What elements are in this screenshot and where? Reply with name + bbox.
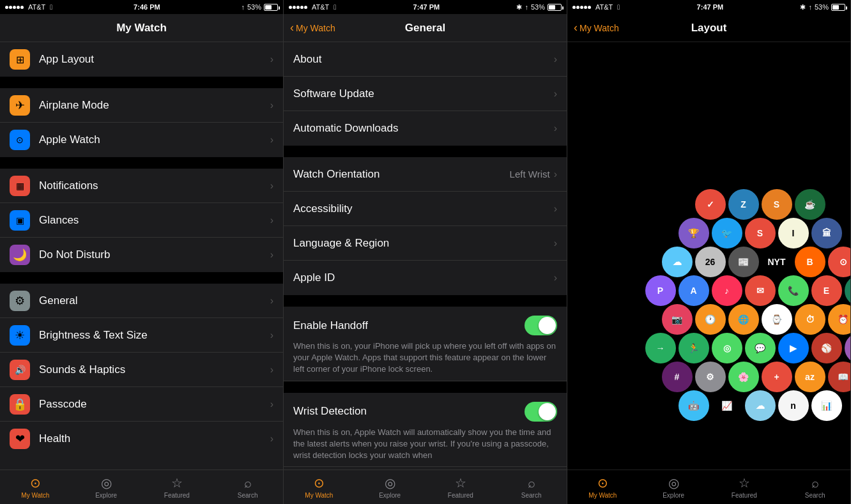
tab-explore-2[interactable]: ◎ Explore — [355, 475, 425, 499]
app-icon[interactable]: A — [678, 275, 709, 306]
tab-my-watch-2[interactable]: ⊙ My Watch — [284, 475, 355, 499]
app-icon[interactable]: 💬 — [745, 333, 776, 363]
list-item-apple-watch[interactable]: ⊙ Apple Watch › — [0, 123, 283, 157]
notifications-label: Notifications — [39, 179, 270, 192]
app-icon[interactable]: 🏛 — [811, 218, 842, 248]
app-icon[interactable]: 🏆 — [678, 218, 709, 248]
app-icon[interactable]: ✈ — [845, 275, 851, 306]
list-item-notifications[interactable]: ▦ Notifications › — [0, 169, 283, 203]
location-icon-3: ↑ — [808, 3, 812, 11]
back-button-3[interactable]: ‹ My Watch — [574, 22, 619, 33]
app-icon[interactable]: 📈 — [712, 390, 742, 421]
list-item-about[interactable]: About › — [284, 42, 567, 77]
list-item-watch-orientation[interactable]: Watch Orientation Left Wrist › — [284, 157, 567, 192]
tab-search-1[interactable]: ⌕ Search — [212, 476, 283, 499]
app-icon[interactable]: 📊 — [811, 390, 842, 421]
app-icon[interactable]: 🏃 — [678, 333, 709, 363]
tab-my-watch-1[interactable]: ⊙ My Watch — [0, 475, 71, 499]
app-icon[interactable]: B — [795, 247, 825, 277]
tab-search-3[interactable]: ⌕ Search — [779, 476, 850, 499]
app-icon[interactable]: 📞 — [778, 275, 809, 306]
app-icon[interactable]: 📰 — [728, 247, 759, 277]
list-item-app-layout[interactable]: ⊞ App Layout › — [0, 42, 283, 77]
list-item-software-update[interactable]: Software Update › — [284, 77, 567, 111]
list-item-general[interactable]: ⚙ General › — [0, 284, 283, 318]
app-icon[interactable]: ⌚ — [762, 304, 792, 335]
app-icon[interactable]: ♪ — [712, 275, 742, 306]
wrist-detection-toggle[interactable] — [525, 402, 557, 422]
list-item-apple-id[interactable]: Apple ID › — [284, 261, 567, 295]
status-left-3: AT&T  — [572, 3, 620, 11]
app-icon[interactable]: 🌸 — [728, 362, 759, 392]
list-item-health[interactable]: ❤ Health › — [0, 422, 283, 456]
tab-featured-2[interactable]: ☆ Featured — [425, 475, 496, 499]
handoff-section: Enable Handoff When this is on, your iPh… — [284, 307, 567, 381]
list-item-language-region[interactable]: Language & Region › — [284, 226, 567, 261]
tab-explore-3[interactable]: ◎ Explore — [638, 475, 709, 499]
app-icon[interactable]: + — [762, 362, 792, 392]
app-icon[interactable]: ◎ — [712, 333, 742, 363]
app-icon[interactable]: ✉ — [745, 275, 776, 306]
app-icon[interactable]: S — [745, 218, 776, 248]
app-icon[interactable]: ⚙ — [695, 362, 726, 392]
app-icon[interactable]: 📖 — [828, 362, 851, 392]
wrist-detection-desc: When this is on, Apple Watch will automa… — [293, 427, 557, 462]
tab-explore-1[interactable]: ◎ Explore — [71, 475, 142, 499]
app-icon[interactable]: 🤖 — [678, 390, 709, 421]
app-icon[interactable]: ✓ — [695, 189, 726, 220]
app-icon[interactable]: ☕ — [795, 189, 825, 220]
tab-featured-3[interactable]: ☆ Featured — [709, 475, 780, 499]
app-icon[interactable]: ⚾ — [811, 333, 842, 363]
list-item-passcode[interactable]: 🔒 Passcode › — [0, 387, 283, 422]
handoff-toggle[interactable] — [525, 316, 557, 335]
handoff-toggle-row: Enable Handoff — [293, 316, 557, 335]
app-icon[interactable]: n — [778, 390, 809, 421]
list-item-accessibility[interactable]: Accessibility › — [284, 192, 567, 226]
app-icon[interactable]: ⁙ — [845, 333, 851, 363]
app-icon[interactable]: 📷 — [662, 304, 693, 335]
app-icon[interactable]: E — [811, 275, 842, 306]
app-icon[interactable]: P — [645, 275, 676, 306]
panel-general: AT&T  7:47 PM ✱ ↑ 53% ‹ My Watch Genera… — [284, 0, 567, 504]
app-icon[interactable]: ⊙ — [828, 247, 851, 277]
tab-watch-label-2: My Watch — [305, 492, 333, 499]
health-chevron: › — [270, 433, 273, 445]
language-region-chevron: › — [554, 238, 557, 249]
list-item-auto-downloads[interactable]: Automatic Downloads › — [284, 111, 567, 146]
tab-featured-1[interactable]: ☆ Featured — [142, 475, 213, 499]
app-icon[interactable]: → — [645, 333, 676, 363]
tab-my-watch-3[interactable]: ⊙ My Watch — [567, 475, 638, 499]
app-icon[interactable]: # — [662, 362, 693, 392]
app-icon[interactable]: Z — [728, 189, 759, 220]
app-icon[interactable]: ⏱ — [795, 304, 825, 335]
app-icon[interactable]: S — [762, 189, 792, 220]
tab-bar-2: ⊙ My Watch ◎ Explore ☆ Featured ⌕ Search — [284, 470, 567, 504]
list-item-dnd[interactable]: 🌙 Do Not Disturb › — [0, 238, 283, 272]
app-icon[interactable]: ▶ — [778, 333, 809, 363]
app-icon[interactable]: 26 — [695, 247, 726, 277]
dnd-chevron: › — [270, 249, 273, 261]
app-icon[interactable]: ☁ — [662, 247, 693, 277]
app-icon[interactable]: 🕐 — [695, 304, 726, 335]
app-icon[interactable]: 🐦 — [712, 218, 742, 248]
app-icon[interactable]: ☁ — [745, 390, 776, 421]
general-label: General — [39, 294, 270, 307]
wrist-detection-toggle-knob — [539, 403, 556, 420]
health-label: Health — [39, 432, 270, 445]
app-icon[interactable]: 🌐 — [728, 304, 759, 335]
back-button-2[interactable]: ‹ My Watch — [290, 22, 335, 33]
carrier-2: AT&T — [312, 3, 329, 11]
tab-search-2[interactable]: ⌕ Search — [496, 476, 567, 499]
app-icon[interactable]: ⏰ — [828, 304, 851, 335]
app-icon[interactable]: NYT — [762, 247, 792, 277]
list-item-sounds[interactable]: 🔊 Sounds & Haptics › — [0, 353, 283, 387]
app-icon[interactable]: az — [795, 362, 825, 392]
list-item-glances[interactable]: ▣ Glances › — [0, 203, 283, 238]
nav-bar-1: My Watch — [0, 14, 283, 42]
list-item-brightness[interactable]: ☀ Brightness & Text Size › — [0, 318, 283, 353]
tab-explore-icon-3: ◎ — [668, 475, 679, 491]
carrier-1: AT&T — [28, 3, 45, 11]
list-item-airplane[interactable]: ✈ Airplane Mode › — [0, 88, 283, 123]
app-icon[interactable]: I — [778, 218, 809, 248]
signal-dots-1 — [5, 6, 24, 9]
